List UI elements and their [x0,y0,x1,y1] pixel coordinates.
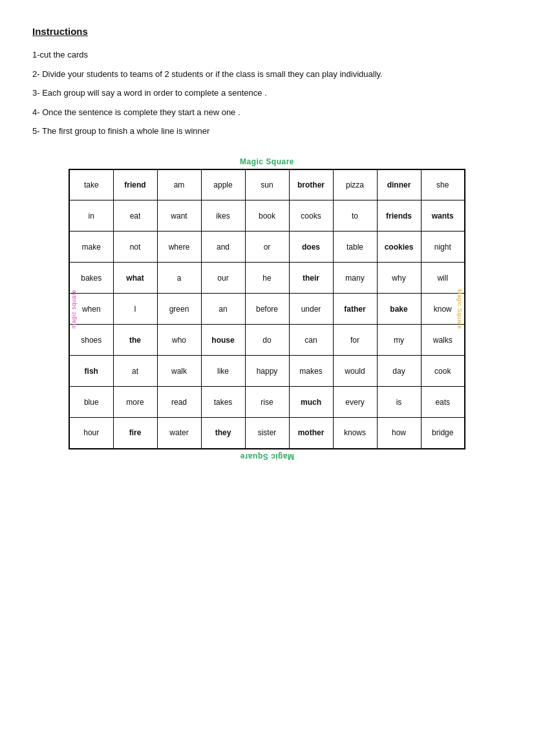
table-row: where [157,232,201,263]
table-row: do [245,325,289,356]
table-row: what [113,263,157,294]
table-row: many [333,263,377,294]
table-row: would [333,356,377,387]
table-row: green [157,294,201,325]
table-row: eats [421,387,465,418]
table-row: sister [245,418,289,449]
table-row: why [377,263,421,294]
table-row: or [245,232,289,263]
grid-wrapper: magic square takefriendamapplesunbrother… [69,169,465,449]
instruction-item: 2- Divide your students to teams of 2 st… [32,68,502,81]
instruction-item: 4- Once the sentence is complete they st… [32,106,502,119]
instruction-item: 3- Each group will say a word in order t… [32,87,502,100]
table-row: bake [377,294,421,325]
word-grid: takefriendamapplesunbrotherpizzadinnersh… [69,169,465,449]
table-row: before [245,294,289,325]
table-row: does [289,232,333,263]
table-row: and [201,232,245,263]
table-row: at [113,356,157,387]
table-row: I [113,294,157,325]
table-row: father [333,294,377,325]
table-row: happy [245,356,289,387]
side-label-right: Magic Square [456,289,463,329]
table-row: cookies [377,232,421,263]
table-row: rise [245,387,289,418]
table-row: much [289,387,333,418]
table-row: takes [201,387,245,418]
table-row: she [421,169,465,200]
table-row: under [289,294,333,325]
table-row: sun [245,169,289,200]
table-row: fire [113,418,157,449]
table-row: apple [201,169,245,200]
grid-label-bottom: Magic Square [240,452,294,461]
table-row: pizza [333,169,377,200]
table-row: bridge [421,418,465,449]
table-row: water [157,418,201,449]
table-row: who [157,325,201,356]
table-row: bakes [69,263,113,294]
instruction-list: 1-cut the cards2- Divide your students t… [32,49,502,138]
table-row: like [201,356,245,387]
table-row: am [157,169,201,200]
table-row: the [113,325,157,356]
table-row: take [69,169,113,200]
table-row: is [377,387,421,418]
side-label-left: magic square [70,289,77,328]
table-row: table [333,232,377,263]
table-row: eat [113,200,157,232]
table-row: friends [377,200,421,232]
grid-section: Magic Square magic square takefriendamap… [32,157,502,461]
table-row: to [333,200,377,232]
table-row: a [157,263,201,294]
page-title: Instructions [32,26,502,37]
table-row: our [201,263,245,294]
table-row: their [289,263,333,294]
table-row: every [333,387,377,418]
table-row: read [157,387,201,418]
table-row: an [201,294,245,325]
table-row: my [377,325,421,356]
table-row: friend [113,169,157,200]
table-row: more [113,387,157,418]
table-row: make [69,232,113,263]
instruction-item: 5- The first group to finish a whole lin… [32,125,502,138]
grid-label-top: Magic Square [240,157,294,166]
table-row: cooks [289,200,333,232]
table-row: night [421,232,465,263]
table-row: brother [289,169,333,200]
table-row: walk [157,356,201,387]
table-row: knows [333,418,377,449]
table-row: ikes [201,200,245,232]
table-row: how [377,418,421,449]
table-row: they [201,418,245,449]
table-row: dinner [377,169,421,200]
table-row: want [157,200,201,232]
table-row: he [245,263,289,294]
table-row: shoes [69,325,113,356]
table-row: day [377,356,421,387]
table-row: house [201,325,245,356]
table-row: book [245,200,289,232]
table-row: mother [289,418,333,449]
table-row: can [289,325,333,356]
table-row: wants [421,200,465,232]
table-row: for [333,325,377,356]
table-row: cook [421,356,465,387]
table-row: hour [69,418,113,449]
instruction-item: 1-cut the cards [32,49,502,61]
table-row: not [113,232,157,263]
table-row: fish [69,356,113,387]
table-row: in [69,200,113,232]
table-row: blue [69,387,113,418]
table-row: makes [289,356,333,387]
